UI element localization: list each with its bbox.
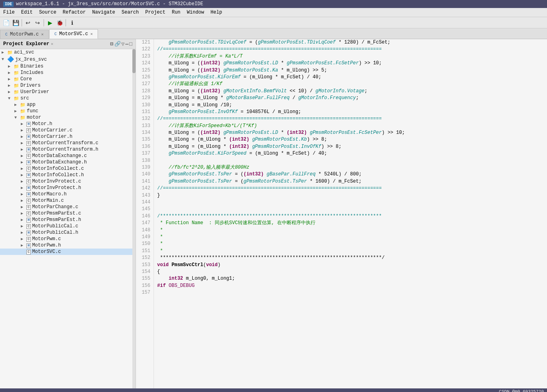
tree-item-Motor_h[interactable]: ▶HMotor.h [0, 121, 136, 127]
menu-item-window[interactable]: Window [184, 9, 207, 16]
menu-item-run[interactable]: Run [169, 9, 184, 16]
tree-item-MotorPmsmParEst_h[interactable]: ▶HMotorPmsmParEst.h [0, 217, 136, 223]
tree-item-MotorCarrier_c[interactable]: ▶CMotorCarrier.c [0, 127, 136, 133]
tree-item-jx_3res_svc[interactable]: ▼🔷jx_3res_svc [0, 56, 136, 63]
tree-item-UserDriver[interactable]: ▶📁UserDriver [0, 89, 136, 95]
tree-file-icon-5: 📁 [14, 83, 19, 88]
menu-item-project[interactable]: Project [142, 9, 168, 16]
tree-item-MotorDataExchange_h[interactable]: ▶HMotorDataExchange.h [0, 159, 136, 165]
tab-close-0[interactable]: ✕ [41, 32, 44, 37]
tree-arrow-19[interactable]: ▶ [21, 173, 26, 177]
tree-arrow-30[interactable]: ▶ [21, 243, 26, 248]
explorer-header-left: Project Explorer ✕ [3, 41, 53, 47]
tree-arrow-16[interactable]: ▶ [21, 153, 26, 158]
tree-arrow-14[interactable]: ▶ [21, 141, 26, 145]
toolbar-save[interactable]: 💾 [11, 18, 20, 27]
tree-item-motor[interactable]: ▼📁motor [0, 114, 136, 121]
menu-item-source[interactable]: Source [36, 9, 60, 16]
tree-item-MotorPwm_c[interactable]: ▶CMotorPwm.c [0, 236, 136, 242]
toolbar-debug[interactable]: 🐞 [55, 18, 64, 27]
tree-item-Includes[interactable]: ▶📁Includes [0, 70, 136, 76]
tree-item-Binaries[interactable]: ▶📁Binaries [0, 63, 136, 70]
tree-arrow-0[interactable]: ▶ [2, 50, 7, 55]
tree-arrow-6[interactable]: ▶ [8, 90, 14, 94]
tree-arrow-9[interactable]: ▶ [14, 109, 20, 113]
tree-item-aci_svc[interactable]: ▶📁aci_svc [0, 49, 136, 56]
menu-item-file[interactable]: File [0, 9, 18, 16]
explorer-collapse-icon[interactable]: ⊟ [110, 41, 114, 47]
tree-arrow-21[interactable]: ▶ [21, 185, 26, 190]
tree-arrow-11[interactable]: ▶ [21, 121, 26, 126]
tree-item-MotorPublicCal_h[interactable]: ▶HMotorPublicCal.h [0, 229, 136, 236]
tree-scroll-thumb[interactable] [132, 49, 136, 73]
code-content[interactable]: 1211221231241251261271281291301311321331… [136, 39, 547, 388]
tree-arrow-25[interactable]: ▶ [21, 211, 26, 216]
tree-item-MotorMacro_h[interactable]: ▶HMotorMacro.h [0, 191, 136, 197]
tree-item-MotorCurrentTransform_c[interactable]: ▶CMotorCurrentTransform.c [0, 140, 136, 146]
tree-item-MotorPmsmParEst_c[interactable]: ▶CMotorPmsmParEst.c [0, 210, 136, 217]
tree-item-MotorParChange_c[interactable]: ▶CMotorParChange.c [0, 204, 136, 210]
tree-arrow-8[interactable]: ▶ [14, 102, 20, 107]
toolbar-undo[interactable]: ↩ [24, 18, 32, 27]
tree-item-func[interactable]: ▶📁func [0, 108, 136, 114]
tree-arrow-18[interactable]: ▶ [21, 166, 26, 171]
code-lines[interactable]: gPmsmRotorPosEst.TDivLqCoef = (gPmsmRoto… [154, 39, 547, 388]
tree-label-24: MotorParChange.c [32, 204, 78, 210]
line-num-140: 140 [138, 171, 150, 178]
tree-item-MotorCarrier_h[interactable]: ▶HMotorCarrier.h [0, 133, 136, 140]
explorer-minimize-icon[interactable]: — [125, 41, 128, 47]
tree-arrow-10[interactable]: ▼ [14, 115, 20, 120]
tab-MotorPwm_c[interactable]: CMotorPwm.c✕ [0, 30, 49, 39]
tree-item-Drivers[interactable]: ▶📁Drivers [0, 82, 136, 89]
tree-arrow-20[interactable]: ▶ [21, 179, 26, 184]
tree-arrow-5[interactable]: ▶ [8, 83, 14, 88]
tree-item-MotorMain_c[interactable]: ▶CMotorMain.c [0, 197, 136, 204]
menu-item-help[interactable]: Help [208, 9, 226, 16]
tree-arrow-23[interactable]: ▶ [21, 198, 26, 203]
menu-item-refactor[interactable]: Refactor [60, 9, 89, 16]
tree-item-MotorInfoCollect_c[interactable]: ▶CMotorInfoCollect.c [0, 165, 136, 172]
tree-item-MotorInvProtect_h[interactable]: ▶HMotorInvProtect.h [0, 185, 136, 191]
explorer-maximize-icon[interactable]: □ [129, 41, 132, 47]
toolbar-info[interactable]: ℹ [68, 18, 76, 27]
tree-item-MotorInvProtect_c[interactable]: ▶CMotorInvProtect.c [0, 178, 136, 185]
tree-item-MotorInfoCollect_h[interactable]: ▶HMotorInfoCollect.h [0, 172, 136, 178]
tree-container[interactable]: ▶📁aci_svc▼🔷jx_3res_svc▶📁Binaries▶📁Includ… [0, 49, 136, 388]
tree-item-src[interactable]: ▼📁src [0, 95, 136, 101]
tab-close-1[interactable]: ✕ [90, 32, 93, 36]
tree-arrow-4[interactable]: ▶ [8, 77, 14, 82]
tree-arrow-28[interactable]: ▶ [21, 230, 26, 235]
tree-arrow-13[interactable]: ▶ [21, 134, 26, 139]
explorer-link-icon[interactable]: 🔗 [114, 41, 121, 47]
tree-arrow-1[interactable]: ▼ [2, 57, 7, 62]
tree-item-app[interactable]: ▶📁app [0, 101, 136, 108]
tree-item-Core[interactable]: ▶📁Core [0, 76, 136, 82]
tree-item-MotorPwm_h[interactable]: ▶HMotorPwm.h [0, 242, 136, 249]
tree-arrow-26[interactable]: ▶ [21, 217, 26, 222]
toolbar-new[interactable]: 📄 [2, 18, 10, 27]
toolbar-run[interactable]: ▶ [46, 18, 54, 27]
tree-arrow-24[interactable]: ▶ [21, 205, 26, 209]
menu-item-navigate[interactable]: Navigate [89, 9, 118, 16]
tree-item-MotorCurrentTransform_h[interactable]: ▶HMotorCurrentTransform.h [0, 146, 136, 153]
tree-item-MotorPublicCal_c[interactable]: ▶CMotorPublicCal.c [0, 223, 136, 229]
tree-arrow-29[interactable]: ▶ [21, 237, 26, 241]
explorer-filter-icon[interactable]: ▽ [122, 41, 125, 47]
tree-item-MotorDataExchange_c[interactable]: ▶CMotorDataExchange.c [0, 153, 136, 159]
tree-arrow-3[interactable]: ▶ [8, 70, 14, 75]
tree-arrow-17[interactable]: ▶ [21, 160, 26, 165]
tree-arrow-27[interactable]: ▶ [21, 224, 26, 229]
menu-item-search[interactable]: Search [118, 9, 142, 16]
tree-arrow-15[interactable]: ▶ [21, 147, 26, 152]
toolbar-redo[interactable]: ↪ [33, 18, 42, 27]
tab-MotorSVC_c[interactable]: CMotorSVC.c✕ [49, 29, 98, 39]
tree-scrollbar[interactable] [132, 49, 136, 388]
tree-arrow-12[interactable]: ▶ [21, 128, 26, 133]
menu-item-edit[interactable]: Edit [18, 9, 36, 16]
tree-arrow-7[interactable]: ▼ [8, 96, 14, 101]
tree-arrow-2[interactable]: ▶ [8, 64, 14, 69]
line-num-157: 157 [138, 289, 150, 296]
tree-item-MotorSVC_c[interactable]: CMotorSVC.c [0, 249, 136, 255]
line-num-128: 128 [138, 88, 150, 95]
tree-arrow-22[interactable]: ▶ [21, 192, 26, 197]
